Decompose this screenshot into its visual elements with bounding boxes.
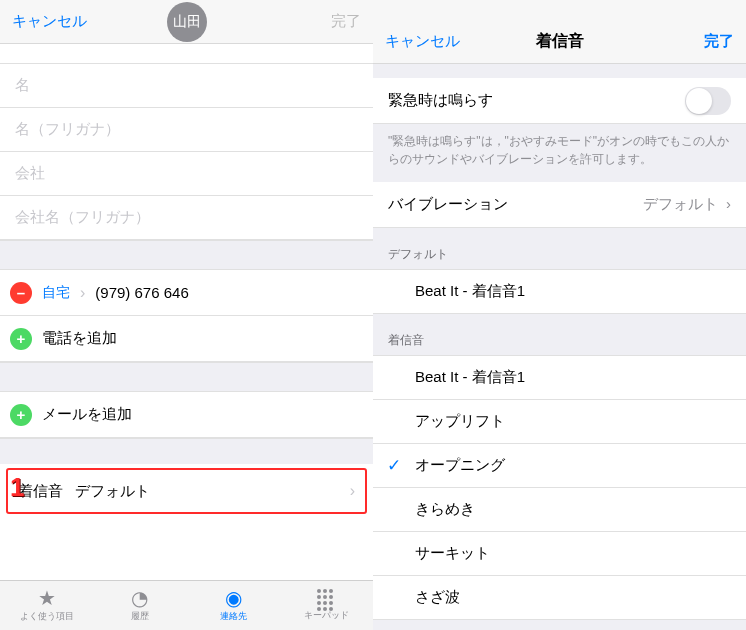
tab-label: よく使う項目 (20, 610, 74, 623)
section-default: デフォルト (373, 228, 746, 269)
company-field[interactable]: 会社 (0, 152, 373, 196)
done-button[interactable]: 完了 (704, 32, 734, 51)
check-icon: ✓ (387, 455, 401, 476)
phone-entry-row[interactable]: – 自宅 › (979) 676 646 (0, 270, 373, 316)
ringtone-label: 着信音 (18, 482, 63, 501)
tone-row[interactable]: ✓オープニング (373, 444, 746, 488)
section-ringtones: 着信音 (373, 314, 746, 355)
page-title: 着信音 (536, 31, 584, 52)
tab-label: 履歴 (131, 610, 149, 623)
ringtone-picker-pane: キャンセル 着信音 完了 3 緊急時は鳴らす "緊急時は鳴らす"は，"おやすみモ… (373, 0, 746, 630)
cancel-button[interactable]: キャンセル (385, 32, 460, 51)
vibration-row[interactable]: バイブレーション デフォルト › (373, 182, 746, 228)
tone-label: きらめき (415, 500, 475, 519)
add-mail-row[interactable]: + メールを追加 (0, 392, 373, 438)
add-icon: + (10, 404, 32, 426)
ringtone-row[interactable]: 着信音 デフォルト › (6, 468, 367, 514)
tone-row[interactable]: きらめき (373, 488, 746, 532)
tones-list: Beat It - 着信音1アップリフト✓オープニングきらめきサーキットさざ波 (373, 355, 746, 620)
default-tone-list: Beat It - 着信音1 (373, 269, 746, 314)
tab-label: 連絡先 (220, 610, 247, 623)
cancel-button[interactable]: キャンセル (12, 12, 87, 31)
gap (0, 240, 373, 270)
contact-edit-pane: キャンセル 山田 完了 名 名（フリガナ） 会社 会社名（フリガナ） – 自宅 … (0, 0, 373, 630)
tone-label: Beat It - 着信音1 (415, 368, 525, 387)
ringtone-value: デフォルト (75, 482, 150, 501)
marker-1: 1 (10, 472, 24, 503)
switch-off[interactable] (685, 87, 731, 115)
gap (0, 362, 373, 392)
chevron-right-icon: › (80, 284, 85, 302)
tone-label: アップリフト (415, 412, 505, 431)
left-header: キャンセル 山田 完了 (0, 0, 373, 44)
tab-recents[interactable]: ◔ 履歴 (93, 581, 186, 630)
tone-label: サーキット (415, 544, 490, 563)
tab-keypad[interactable]: キーパッド (280, 581, 373, 630)
tone-row[interactable]: さざ波 (373, 576, 746, 620)
default-tone-row[interactable]: Beat It - 着信音1 (373, 270, 746, 314)
fields-scroll: 名 名（フリガナ） 会社 会社名（フリガナ） – 自宅 › (979) 676 … (0, 44, 373, 584)
add-phone-row[interactable]: + 電話を追加 (0, 316, 373, 362)
right-header: キャンセル 着信音 完了 (373, 20, 746, 64)
star-icon: ★ (38, 588, 56, 608)
phone-number[interactable]: (979) 676 646 (95, 284, 188, 301)
spacer (0, 44, 373, 64)
tab-favorites[interactable]: ★ よく使う項目 (0, 581, 93, 630)
tab-label: キーパッド (304, 609, 349, 622)
clock-icon: ◔ (131, 588, 148, 608)
vibration-value: デフォルト › (643, 195, 731, 214)
gap (0, 438, 373, 464)
tone-row[interactable]: サーキット (373, 532, 746, 576)
phone-label[interactable]: 自宅 (42, 284, 70, 302)
company-phonetic-field[interactable]: 会社名（フリガナ） (0, 196, 373, 240)
add-phone-label: 電話を追加 (42, 329, 117, 348)
contact-icon: ◉ (225, 588, 242, 608)
last-phonetic-field[interactable]: 名（フリガナ） (0, 108, 373, 152)
gap (373, 64, 746, 78)
emergency-help: "緊急時は鳴らす"は，"おやすみモード"がオンの時でもこの人からのサウンドやバイ… (373, 124, 746, 182)
tone-row[interactable]: Beat It - 着信音1 (373, 356, 746, 400)
add-icon: + (10, 328, 32, 350)
done-button[interactable]: 完了 (331, 12, 361, 31)
keypad-icon (317, 589, 335, 607)
tab-contacts[interactable]: ◉ 連絡先 (187, 581, 280, 630)
tab-bar: ★ よく使う項目 ◔ 履歴 ◉ 連絡先 キーパッド (0, 580, 373, 630)
add-mail-label: メールを追加 (42, 405, 132, 424)
section-label: 着信音 (388, 333, 424, 347)
vibration-label: バイブレーション (388, 195, 508, 214)
statusbar-spacer (373, 0, 746, 20)
avatar[interactable]: 山田 (167, 2, 207, 42)
tone-row[interactable]: アップリフト (373, 400, 746, 444)
remove-icon[interactable]: – (10, 282, 32, 304)
tone-label: さざ波 (415, 588, 460, 607)
last-name-field[interactable]: 名 (0, 64, 373, 108)
emergency-label: 緊急時は鳴らす (388, 91, 493, 110)
tone-label: オープニング (415, 456, 505, 475)
emergency-bypass-row[interactable]: 緊急時は鳴らす (373, 78, 746, 124)
chevron-right-icon: › (350, 482, 355, 500)
